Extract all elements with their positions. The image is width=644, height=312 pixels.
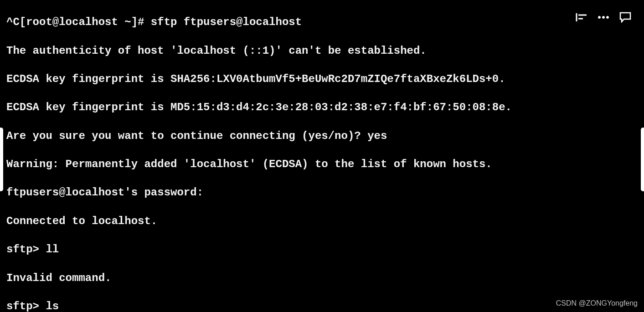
terminal-line: Warning: Permanently added 'localhost' (… — [6, 157, 638, 171]
overlay-toolbar — [576, 12, 631, 23]
terminal-output[interactable]: ^C[root@localhost ~]# sftp ftpusers@loca… — [0, 0, 644, 312]
watermark-text: CSDN @ZONGYongfeng — [556, 299, 638, 308]
terminal-line: ftpusers@localhost's password: — [6, 185, 638, 199]
terminal-line: Invalid command. — [6, 271, 638, 285]
terminal-line: ECDSA key fingerprint is SHA256:LXV0Atbu… — [6, 72, 638, 86]
terminal-line: ECDSA key fingerprint is MD5:15:d3:d4:2c… — [6, 100, 638, 114]
comment-icon[interactable] — [619, 12, 631, 23]
svg-point-5 — [607, 16, 609, 19]
terminal-line: Connected to localhost. — [6, 214, 638, 228]
more-icon[interactable] — [598, 15, 609, 20]
svg-point-3 — [598, 16, 601, 19]
terminal-line: sftp> ll — [6, 242, 638, 256]
terminal-line: Are you sure you want to continue connec… — [6, 129, 638, 143]
align-left-icon[interactable] — [576, 12, 587, 22]
svg-point-4 — [603, 16, 605, 19]
terminal-line: ^C[root@localhost ~]# sftp ftpusers@loca… — [6, 15, 638, 29]
terminal-line: sftp> ls — [6, 299, 638, 312]
right-nav-handle[interactable] — [641, 128, 644, 191]
left-nav-handle[interactable] — [0, 128, 3, 191]
terminal-line: The authenticity of host 'localhost (::1… — [6, 44, 638, 58]
